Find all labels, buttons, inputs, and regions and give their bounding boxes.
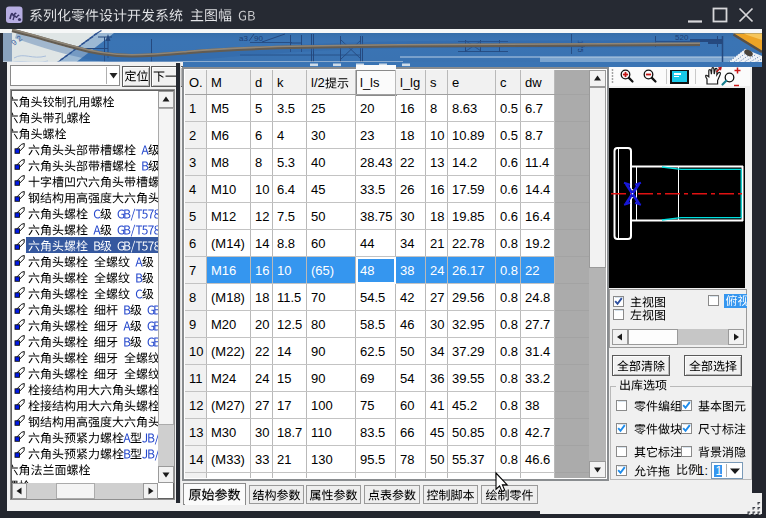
svg-text:10.89: 10.89 [452, 128, 485, 143]
svg-text:0.6: 0.6 [500, 155, 518, 170]
svg-text:0.6: 0.6 [500, 209, 518, 224]
svg-text:38: 38 [525, 398, 539, 413]
svg-text:16.4: 16.4 [525, 209, 550, 224]
svg-text:14: 14 [277, 344, 291, 359]
svg-text:7.5: 7.5 [277, 209, 295, 224]
svg-text:22.78: 22.78 [452, 236, 485, 251]
svg-text:e: e [452, 75, 459, 90]
svg-text:17: 17 [277, 398, 291, 413]
svg-text:6: 6 [189, 236, 196, 251]
svg-text:42: 42 [400, 290, 414, 305]
svg-text:6: 6 [255, 128, 262, 143]
svg-text:(65): (65) [311, 263, 334, 278]
svg-text:14.2: 14.2 [452, 155, 477, 170]
svg-text:12: 12 [255, 209, 269, 224]
svg-text:16: 16 [430, 182, 444, 197]
svg-text:4: 4 [189, 182, 196, 197]
svg-text:0.8: 0.8 [500, 452, 518, 467]
svg-text:13: 13 [189, 425, 203, 440]
svg-text:12.5: 12.5 [277, 317, 302, 332]
svg-text:30: 30 [400, 209, 414, 224]
svg-text:19.2: 19.2 [525, 236, 550, 251]
svg-text:10: 10 [277, 263, 291, 278]
svg-text:21: 21 [430, 236, 444, 251]
svg-text:38: 38 [400, 263, 414, 278]
svg-text:29.56: 29.56 [452, 290, 485, 305]
svg-text:50: 50 [400, 344, 414, 359]
svg-text:48: 48 [360, 263, 374, 278]
svg-text:M: M [211, 75, 222, 90]
svg-text:12: 12 [189, 398, 203, 413]
svg-text:39.55: 39.55 [452, 371, 485, 386]
svg-text:0.8: 0.8 [500, 317, 518, 332]
svg-text:5.3: 5.3 [277, 155, 295, 170]
svg-text:30: 30 [430, 317, 444, 332]
svg-text:41: 41 [430, 398, 444, 413]
svg-text:1: 1 [716, 464, 723, 478]
svg-text:90: 90 [311, 344, 325, 359]
svg-text:14: 14 [255, 236, 269, 251]
svg-text:(M27): (M27) [211, 398, 245, 413]
svg-text:70: 70 [311, 290, 325, 305]
svg-text:d: d [255, 75, 262, 90]
svg-text:3.5: 3.5 [277, 101, 295, 116]
svg-text:5: 5 [255, 101, 262, 116]
svg-text:8: 8 [430, 101, 437, 116]
svg-text:5: 5 [189, 209, 196, 224]
svg-text:36: 36 [430, 371, 444, 386]
svg-text:8: 8 [189, 290, 196, 305]
svg-text:44: 44 [360, 236, 374, 251]
svg-text:40: 40 [311, 155, 325, 170]
svg-text:c: c [500, 75, 507, 90]
svg-text:58.5: 58.5 [360, 317, 385, 332]
svg-text:0.8: 0.8 [500, 425, 518, 440]
svg-text:M8: M8 [211, 155, 229, 170]
svg-text:100: 100 [311, 398, 333, 413]
svg-text:18: 18 [400, 128, 414, 143]
svg-text:(M33): (M33) [211, 452, 245, 467]
svg-text:2: 2 [189, 128, 196, 143]
svg-text:26: 26 [400, 182, 414, 197]
svg-text:24.8: 24.8 [525, 290, 550, 305]
svg-text:l_lg: l_lg [400, 75, 420, 90]
svg-text:M12: M12 [211, 209, 236, 224]
svg-text:50: 50 [430, 452, 444, 467]
svg-text:24: 24 [255, 371, 269, 386]
svg-text:17.59: 17.59 [452, 182, 485, 197]
svg-text:75: 75 [360, 398, 374, 413]
svg-text:50.85: 50.85 [452, 425, 485, 440]
svg-text:6.7: 6.7 [525, 101, 543, 116]
svg-text:45: 45 [311, 182, 325, 197]
svg-text:8.8: 8.8 [277, 236, 295, 251]
svg-text:37.29: 37.29 [452, 344, 485, 359]
svg-text:33.2: 33.2 [525, 371, 550, 386]
svg-text:M30: M30 [211, 425, 236, 440]
svg-text:30: 30 [255, 425, 269, 440]
svg-text:130: 130 [311, 452, 333, 467]
svg-text:60: 60 [400, 398, 414, 413]
svg-text:18: 18 [255, 290, 269, 305]
svg-text:a3: a3 [239, 34, 248, 43]
svg-text:0.8: 0.8 [500, 398, 518, 413]
svg-text:8: 8 [255, 155, 262, 170]
svg-text:34: 34 [430, 344, 444, 359]
svg-text:34: 34 [400, 236, 414, 251]
svg-text:s: s [430, 75, 437, 90]
svg-text:10: 10 [255, 182, 269, 197]
svg-text:46.6: 46.6 [525, 452, 550, 467]
svg-text:10: 10 [430, 128, 444, 143]
svg-text:32.95: 32.95 [452, 317, 485, 332]
svg-text:28.43: 28.43 [360, 155, 393, 170]
svg-text:27: 27 [430, 290, 444, 305]
svg-text:7: 7 [189, 263, 196, 278]
svg-text:22: 22 [525, 263, 539, 278]
svg-text:55.37: 55.37 [452, 452, 485, 467]
svg-text:22: 22 [400, 155, 414, 170]
svg-text:l/2: l/2 [311, 75, 325, 90]
svg-text:0.8: 0.8 [500, 371, 518, 386]
svg-text:54.5: 54.5 [360, 290, 385, 305]
svg-text:15: 15 [277, 371, 291, 386]
svg-text:21: 21 [277, 452, 291, 467]
svg-text:M24: M24 [211, 371, 236, 386]
svg-text:54: 54 [400, 371, 414, 386]
